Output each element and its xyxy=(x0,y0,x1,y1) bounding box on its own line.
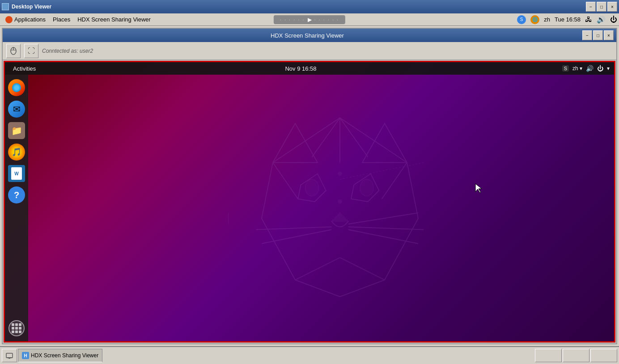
ubuntu-dock: ✉ 📁 🎵 W ? xyxy=(5,75,28,341)
svg-rect-27 xyxy=(6,353,13,358)
svg-line-17 xyxy=(295,258,340,280)
remote-desktop-screen[interactable]: Activities Nov 9 16:58 S zh ▾ 🔊 ⏻ ▾ xyxy=(4,61,615,343)
taskbar-corner-3[interactable] xyxy=(590,349,617,362)
inner-minimize-button[interactable]: − xyxy=(582,30,592,40)
language-label: zh xyxy=(544,16,550,23)
fullscreen-icon: ⛶ xyxy=(28,47,35,55)
show-desktop-button[interactable] xyxy=(2,349,17,362)
system-tray: S 🌐 zh Tue 16:58 🖧 🔊 ⏻ xyxy=(517,15,617,24)
inner-titlebar: HDX Screen Sharing Viewer − □ × xyxy=(3,29,616,42)
show-desktop-icon xyxy=(6,352,13,359)
remote-activities-button[interactable]: Activities xyxy=(9,65,39,72)
dock-libreoffice[interactable]: W xyxy=(7,164,26,183)
svg-line-14 xyxy=(348,213,418,224)
ubuntu-logo-icon xyxy=(5,16,13,23)
taskbar: H HDX Screen Sharing Viewer xyxy=(0,346,619,364)
svg-line-20 xyxy=(340,118,368,157)
remote-topbar: Activities Nov 9 16:58 S zh ▾ 🔊 ⏻ ▾ xyxy=(5,62,614,75)
keyboard-shortcut-bar: · · · · · · ▶ · · · · · · xyxy=(274,15,345,24)
outer-window: Desktop Viewer − □ × Applications Places… xyxy=(0,0,619,364)
desktop-viewer-icon xyxy=(2,3,9,10)
thunderbird-icon: ✉ xyxy=(8,101,25,118)
firefox-icon xyxy=(8,79,25,96)
mouse-icon-button[interactable] xyxy=(6,44,21,58)
dock-apps-grid[interactable] xyxy=(7,319,26,338)
svg-point-9 xyxy=(360,179,373,196)
mouse-icon xyxy=(9,47,17,55)
dock-help[interactable]: ? xyxy=(7,186,26,204)
svg-rect-28 xyxy=(7,357,12,358)
outer-menubar: Applications Places HDX Screen Sharing V… xyxy=(0,13,619,26)
help-icon: ? xyxy=(8,186,25,203)
network-icon: S xyxy=(517,15,526,24)
taskbar-hdx-label: HDX Screen Sharing Viewer xyxy=(31,352,98,359)
rhythmbox-icon: 🎵 xyxy=(8,144,25,161)
svg-line-16 xyxy=(348,230,418,244)
inner-window: HDX Screen Sharing Viewer − □ × ⛶ Connte… xyxy=(2,28,617,344)
files-icon: 📁 xyxy=(8,122,25,139)
svg-line-23 xyxy=(382,163,407,199)
remote-tray-s: S xyxy=(562,65,569,72)
svg-rect-29 xyxy=(8,358,10,359)
inner-toolbar: ⛶ Conntected as: user2 xyxy=(3,42,616,60)
taskbar-corner-1[interactable] xyxy=(535,349,562,362)
lang-icon: 🌐 xyxy=(530,15,539,24)
svg-marker-4 xyxy=(273,123,318,163)
outer-minimize-button[interactable]: − xyxy=(586,2,596,12)
svg-marker-10 xyxy=(331,213,348,221)
svg-point-7 xyxy=(305,179,319,196)
volume-tray-icon: 🔊 xyxy=(597,15,606,24)
svg-line-19 xyxy=(312,118,340,157)
connected-status: Conntected as: user2 xyxy=(42,48,93,54)
titlebar-left: Desktop Viewer xyxy=(2,3,51,10)
remote-volume-icon: 🔊 xyxy=(586,65,594,72)
outer-window-title: Desktop Viewer xyxy=(12,4,51,10)
outer-titlebar: Desktop Viewer − □ × xyxy=(0,0,619,13)
inner-titlebar-buttons: − □ × xyxy=(582,30,614,40)
network-tray-icon: 🖧 xyxy=(585,16,592,24)
menu-hdx-sharing[interactable]: HDX Screen Sharing Viewer xyxy=(74,15,154,24)
inner-window-title: HDX Screen Sharing Viewer xyxy=(32,32,582,39)
svg-line-26 xyxy=(340,163,424,180)
remote-tray-arrow: ▾ xyxy=(607,65,610,72)
clock-label: Tue 16:58 xyxy=(555,16,581,23)
svg-point-24 xyxy=(338,172,342,176)
remote-system-tray: S zh ▾ 🔊 ⏻ ▾ xyxy=(562,65,610,72)
taskbar-hdx-icon: H xyxy=(22,352,29,359)
outer-maximize-button[interactable]: □ xyxy=(597,2,606,12)
outer-titlebar-buttons: − □ × xyxy=(586,2,617,12)
inner-close-button[interactable]: × xyxy=(604,30,614,40)
outer-close-button[interactable]: × xyxy=(607,2,617,12)
svg-marker-5 xyxy=(362,123,407,163)
wallpaper-cat-art xyxy=(228,90,452,313)
remote-cursor xyxy=(475,183,483,195)
dock-files[interactable]: 📁 xyxy=(7,121,26,140)
remote-clock: Nov 9 16:58 xyxy=(285,65,316,72)
taskbar-corner-2[interactable] xyxy=(563,349,589,362)
svg-line-13 xyxy=(262,230,331,244)
key-left: · · · · · · xyxy=(280,17,305,22)
dock-rhythmbox[interactable]: 🎵 xyxy=(7,143,26,161)
apps-grid-icon xyxy=(8,320,25,336)
taskbar-hdx-window[interactable]: H HDX Screen Sharing Viewer xyxy=(18,349,102,362)
dock-thunderbird[interactable]: ✉ xyxy=(7,100,26,119)
fullscreen-button[interactable]: ⛶ xyxy=(24,44,38,58)
remote-power-icon: ⏻ xyxy=(597,65,603,72)
remote-tray-zh: zh ▾ xyxy=(572,65,582,72)
content-area: Activities Nov 9 16:58 S zh ▾ 🔊 ⏻ ▾ xyxy=(3,60,616,343)
dock-firefox[interactable] xyxy=(7,78,26,97)
svg-line-22 xyxy=(273,163,298,199)
arrow-icon: ▶ xyxy=(308,17,312,23)
power-tray-icon: ⏻ xyxy=(610,16,617,24)
inner-maximize-button[interactable]: □ xyxy=(593,30,603,40)
libreoffice-icon: W xyxy=(8,165,25,182)
menu-applications[interactable]: Applications xyxy=(2,15,49,24)
svg-line-18 xyxy=(340,258,385,280)
key-right: · · · · · · xyxy=(314,17,339,22)
svg-point-25 xyxy=(338,200,342,203)
menu-places[interactable]: Places xyxy=(49,15,74,24)
